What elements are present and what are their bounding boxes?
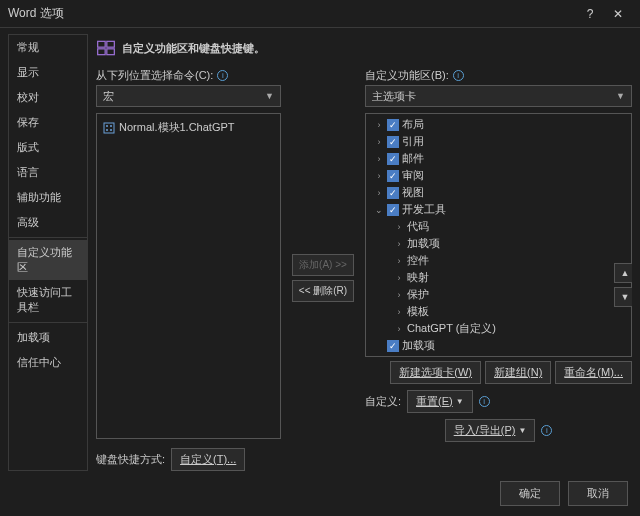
sidebar-item[interactable]: 高级 bbox=[9, 210, 87, 235]
tree-node[interactable]: ›控件 bbox=[366, 252, 631, 269]
customize-value: 主选项卡 bbox=[372, 89, 416, 104]
sidebar-item[interactable]: 加载项 bbox=[9, 325, 87, 350]
checkbox[interactable]: ✓ bbox=[387, 340, 399, 352]
checkbox[interactable]: ✓ bbox=[387, 136, 399, 148]
page-title-text: 自定义功能区和键盘快捷键。 bbox=[122, 41, 265, 56]
tree-node[interactable]: ›✓邮件 bbox=[366, 150, 631, 167]
expand-icon[interactable]: › bbox=[374, 188, 384, 198]
tree-node-label: 开发工具 bbox=[402, 202, 446, 217]
info-icon[interactable]: i bbox=[217, 70, 228, 81]
checkbox[interactable]: ✓ bbox=[387, 357, 399, 358]
sidebar-item[interactable]: 版式 bbox=[9, 135, 87, 160]
sidebar-item[interactable]: 语言 bbox=[9, 160, 87, 185]
checkbox[interactable]: ✓ bbox=[387, 187, 399, 199]
move-down-button[interactable]: ▼ bbox=[614, 287, 632, 307]
sidebar-item[interactable]: 快速访问工具栏 bbox=[9, 280, 87, 320]
choose-from-combo[interactable]: 宏 ▼ bbox=[96, 85, 281, 107]
info-icon[interactable]: i bbox=[541, 425, 552, 436]
choose-from-label-text: 从下列位置选择命令(C): bbox=[96, 68, 213, 83]
expand-icon[interactable]: › bbox=[394, 256, 404, 266]
expand-icon[interactable]: › bbox=[374, 154, 384, 164]
ribbon-tree[interactable]: ›✓布局›✓引用›✓邮件›✓审阅›✓视图⌄✓开发工具›代码›加载项›控件›映射›… bbox=[365, 113, 632, 357]
expand-icon[interactable]: › bbox=[394, 273, 404, 283]
tree-node-label: 布局 bbox=[402, 117, 424, 132]
list-item[interactable]: Normal.模块1.ChatGPT bbox=[101, 118, 276, 137]
close-button[interactable]: ✕ bbox=[604, 7, 632, 21]
move-up-button[interactable]: ▲ bbox=[614, 263, 632, 283]
kb-customize-button[interactable]: 自定义(T)... bbox=[171, 448, 245, 471]
expand-icon[interactable]: › bbox=[374, 120, 384, 130]
choose-from-label: 从下列位置选择命令(C): i bbox=[96, 68, 281, 83]
expand-icon[interactable]: ⌄ bbox=[374, 205, 384, 215]
remove-button[interactable]: << 删除(R) bbox=[292, 280, 354, 302]
labels-row: 从下列位置选择命令(C): i 宏 ▼ 自定义功能区(B): i 主选项卡 ▼ bbox=[96, 68, 632, 107]
new-group-button[interactable]: 新建组(N) bbox=[485, 361, 551, 384]
ribbon-icon bbox=[96, 38, 116, 58]
chevron-down-icon: ▼ bbox=[518, 426, 526, 435]
sidebar-item[interactable]: 辅助功能 bbox=[9, 185, 87, 210]
tree-node[interactable]: ›代码 bbox=[366, 218, 631, 235]
rename-button[interactable]: 重命名(M)... bbox=[555, 361, 632, 384]
sidebar-item[interactable]: 自定义功能区 bbox=[9, 240, 87, 280]
macro-icon bbox=[103, 122, 115, 134]
tree-node[interactable]: ›映射 bbox=[366, 269, 631, 286]
keyboard-row: 键盘快捷方式: 自定义(T)... bbox=[96, 448, 632, 471]
customize-combo[interactable]: 主选项卡 ▼ bbox=[365, 85, 632, 107]
sidebar-item[interactable]: 保存 bbox=[9, 110, 87, 135]
tree-node-label: 控件 bbox=[407, 253, 429, 268]
tree-node[interactable]: ›✓视图 bbox=[366, 184, 631, 201]
svg-point-5 bbox=[106, 125, 108, 127]
expand-icon[interactable]: › bbox=[394, 324, 404, 334]
footer: 确定 取消 bbox=[0, 475, 640, 516]
tree-node[interactable]: ⌄✓开发工具 bbox=[366, 201, 631, 218]
tree-node[interactable]: ›✓引用 bbox=[366, 133, 631, 150]
expand-icon[interactable]: › bbox=[394, 307, 404, 317]
tree-node[interactable]: ›加载项 bbox=[366, 235, 631, 252]
info-icon[interactable]: i bbox=[453, 70, 464, 81]
commands-listbox[interactable]: Normal.模块1.ChatGPT bbox=[96, 113, 281, 439]
expand-icon[interactable]: › bbox=[374, 137, 384, 147]
ok-button[interactable]: 确定 bbox=[500, 481, 560, 506]
tree-node-label: 模板 bbox=[407, 304, 429, 319]
tree-node-label: 审阅 bbox=[402, 168, 424, 183]
tree-node-label: 加载项 bbox=[402, 338, 435, 353]
tree-node[interactable]: ›✓审阅 bbox=[366, 167, 631, 184]
reorder-buttons: ▲ ▼ bbox=[614, 263, 632, 307]
body: 常规显示校对保存版式语言辅助功能高级自定义功能区快速访问工具栏加载项信任中心 自… bbox=[0, 28, 640, 475]
cancel-button[interactable]: 取消 bbox=[568, 481, 628, 506]
checkbox[interactable]: ✓ bbox=[387, 119, 399, 131]
tree-node-label: 加载项 bbox=[407, 236, 440, 251]
expand-icon[interactable]: › bbox=[394, 222, 404, 232]
sidebar-item[interactable]: 显示 bbox=[9, 60, 87, 85]
expand-icon[interactable]: › bbox=[374, 171, 384, 181]
add-button[interactable]: 添加(A) >> bbox=[292, 254, 354, 276]
import-export-button[interactable]: 导入/导出(P)▼ bbox=[445, 419, 536, 442]
tree-node[interactable]: ✓加载项 bbox=[366, 337, 631, 354]
tree-node[interactable]: ›✓布局 bbox=[366, 116, 631, 133]
expand-icon[interactable]: › bbox=[394, 239, 404, 249]
customize-row: 自定义: 重置(E)▼ i bbox=[365, 390, 632, 413]
sidebar-item[interactable]: 常规 bbox=[9, 35, 87, 60]
expand-icon[interactable]: › bbox=[394, 290, 404, 300]
sidebar: 常规显示校对保存版式语言辅助功能高级自定义功能区快速访问工具栏加载项信任中心 bbox=[8, 34, 88, 471]
tree-node-label: 视图 bbox=[402, 185, 424, 200]
customize-label: 自定义功能区(B): i bbox=[365, 68, 632, 83]
checkbox[interactable]: ✓ bbox=[387, 153, 399, 165]
info-icon[interactable]: i bbox=[479, 396, 490, 407]
tree-node[interactable]: ›✓帮助 bbox=[366, 354, 631, 357]
tree-node-label: 引用 bbox=[402, 134, 424, 149]
sidebar-item[interactable]: 校对 bbox=[9, 85, 87, 110]
svg-rect-1 bbox=[107, 41, 115, 47]
new-tab-button[interactable]: 新建选项卡(W) bbox=[390, 361, 481, 384]
checkbox[interactable]: ✓ bbox=[387, 204, 399, 216]
tree-actions: 新建选项卡(W) 新建组(N) 重命名(M)... bbox=[365, 361, 632, 384]
reset-button[interactable]: 重置(E)▼ bbox=[407, 390, 473, 413]
tree-node[interactable]: ›保护 bbox=[366, 286, 631, 303]
tree-node-label: 映射 bbox=[407, 270, 429, 285]
svg-rect-0 bbox=[98, 41, 106, 47]
help-button[interactable]: ? bbox=[576, 7, 604, 21]
tree-node[interactable]: ›模板 bbox=[366, 303, 631, 320]
tree-node[interactable]: ›ChatGPT (自定义) bbox=[366, 320, 631, 337]
checkbox[interactable]: ✓ bbox=[387, 170, 399, 182]
sidebar-item[interactable]: 信任中心 bbox=[9, 350, 87, 375]
